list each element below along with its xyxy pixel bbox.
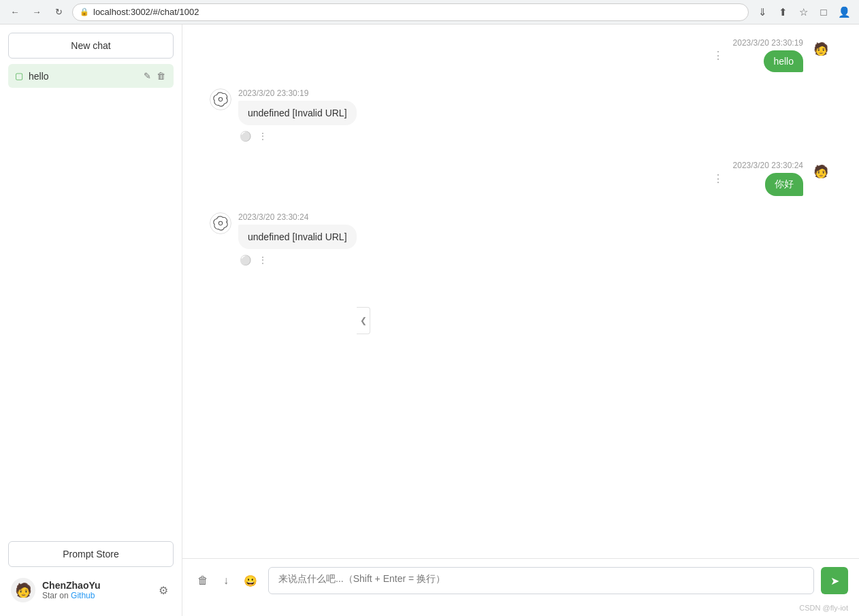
ai-msg-bubble-2: undefined [Invalid URL] xyxy=(238,225,357,249)
address-bar[interactable]: 🔒 localhost:3002/#/chat/1002 xyxy=(72,3,749,21)
user-msg-bubble-1: hello xyxy=(764,50,803,72)
ai-msg-actions-1: ⚪ ⋮ xyxy=(238,128,357,144)
bookmark-button[interactable]: ☆ xyxy=(795,4,811,20)
chat-list: ▢ hello ✎ 🗑 xyxy=(8,64,174,536)
sidebar: New chat ▢ hello ✎ 🗑 Prompt Store 🧑 Chen… xyxy=(0,25,182,616)
user-info: ChenZhaoYu Star on Github xyxy=(42,580,149,600)
user-msg-meta-2: 2023/3/20 23:30:24 你好 xyxy=(733,161,803,196)
browser-actions: ⇓ ⬆ ☆ □ 👤 xyxy=(754,4,852,20)
clear-button[interactable]: 🗑 xyxy=(193,570,212,591)
share-button[interactable]: ⬆ xyxy=(775,4,791,20)
svg-point-1 xyxy=(218,221,223,225)
user-msg-dots-2[interactable]: ⋮ xyxy=(710,171,726,187)
input-container: 🗑 ↓ 😀 ➤ CSDN @fly-iot xyxy=(182,558,859,616)
ai-msg-time-2: 2023/3/20 23:30:24 xyxy=(238,212,357,222)
chat-icon: ▢ xyxy=(15,71,23,81)
message-group-3: ⋮ 2023/3/20 23:30:24 你好 🧑 xyxy=(210,161,832,196)
download-button[interactable]: ⇓ xyxy=(754,4,771,20)
ai-msg-content-1: 2023/3/20 23:30:19 undefined [Invalid UR… xyxy=(238,88,357,144)
collapse-sidebar-button[interactable]: ❮ xyxy=(357,307,370,334)
user-msg-time-1: 2023/3/20 23:30:19 xyxy=(733,38,803,48)
ai-more-btn-2[interactable]: ⋮ xyxy=(257,253,269,267)
edit-chat-button[interactable]: ✎ xyxy=(142,69,152,82)
forward-button[interactable]: → xyxy=(29,4,45,20)
send-button[interactable]: ➤ xyxy=(821,567,848,594)
ai-msg-time-1: 2023/3/20 23:30:19 xyxy=(238,88,357,98)
chat-item-label: hello xyxy=(29,71,137,82)
sidebar-bottom: Prompt Store 🧑 ChenZhaoYu Star on Github… xyxy=(8,541,174,608)
app-container: New chat ▢ hello ✎ 🗑 Prompt Store 🧑 Chen… xyxy=(0,25,859,616)
ai-msg-actions-2: ⚪ ⋮ xyxy=(238,252,357,268)
chat-item[interactable]: ▢ hello ✎ 🗑 xyxy=(8,64,174,88)
messages-area: ⋮ 2023/3/20 23:30:19 hello 🧑 xyxy=(182,25,859,558)
user-name: ChenZhaoYu xyxy=(42,580,149,591)
profile-button[interactable]: 👤 xyxy=(836,4,852,20)
message-group-4: 2023/3/20 23:30:24 undefined [Invalid UR… xyxy=(210,212,832,268)
split-view-button[interactable]: □ xyxy=(815,4,832,20)
user-message-row-2: ⋮ 2023/3/20 23:30:24 你好 🧑 xyxy=(210,161,832,196)
message-input[interactable] xyxy=(268,567,814,594)
user-msg-meta-1: 2023/3/20 23:30:19 hello xyxy=(733,38,803,72)
user-avatar-sm-1: 🧑 xyxy=(810,38,832,60)
new-chat-button[interactable]: New chat xyxy=(8,33,174,59)
ai-message-row-1: 2023/3/20 23:30:19 undefined [Invalid UR… xyxy=(210,88,832,144)
prompt-store-button[interactable]: Prompt Store xyxy=(8,541,174,567)
star-text: Star on xyxy=(42,591,69,600)
ai-avatar-1 xyxy=(210,88,231,110)
github-link[interactable]: Github xyxy=(71,591,95,600)
ai-msg-bubble-1: undefined [Invalid URL] xyxy=(238,101,357,125)
export-button[interactable]: ↓ xyxy=(219,570,233,591)
user-avatar-sm-2: 🧑 xyxy=(810,161,832,182)
message-group-2: 2023/3/20 23:30:19 undefined [Invalid UR… xyxy=(210,88,832,144)
url-text: localhost:3002/#/chat/1002 xyxy=(93,7,199,17)
user-message-row-1: ⋮ 2023/3/20 23:30:19 hello 🧑 xyxy=(210,38,832,72)
ai-avatar-2 xyxy=(210,212,231,234)
input-area: 🗑 ↓ 😀 ➤ xyxy=(182,558,859,602)
message-group-1: ⋮ 2023/3/20 23:30:19 hello 🧑 xyxy=(210,38,832,72)
chat-item-actions: ✎ 🗑 xyxy=(142,69,167,82)
ai-copy-btn-2[interactable]: ⚪ xyxy=(238,253,253,267)
user-sub: Star on Github xyxy=(42,591,149,600)
emoji-button[interactable]: 😀 xyxy=(240,570,261,591)
ai-message-row-2: 2023/3/20 23:30:24 undefined [Invalid UR… xyxy=(210,212,832,268)
footer-note: CSDN @fly-iot xyxy=(182,602,859,616)
lock-icon: 🔒 xyxy=(80,7,89,16)
browser-bar: ← → ↻ 🔒 localhost:3002/#/chat/1002 ⇓ ⬆ ☆… xyxy=(0,0,859,25)
user-avatar: 🧑 xyxy=(11,578,35,602)
back-button[interactable]: ← xyxy=(7,4,23,20)
user-settings-button[interactable]: ⚙ xyxy=(156,581,171,600)
reload-button[interactable]: ↻ xyxy=(50,4,67,20)
ai-copy-btn-1[interactable]: ⚪ xyxy=(238,129,253,143)
user-msg-time-2: 2023/3/20 23:30:24 xyxy=(733,161,803,170)
delete-chat-button[interactable]: 🗑 xyxy=(155,69,167,82)
ai-msg-content-2: 2023/3/20 23:30:24 undefined [Invalid UR… xyxy=(238,212,357,268)
user-msg-dots-1[interactable]: ⋮ xyxy=(710,48,726,63)
user-msg-bubble-2: 你好 xyxy=(765,173,803,196)
ai-more-btn-1[interactable]: ⋮ xyxy=(257,129,269,143)
user-bar: 🧑 ChenZhaoYu Star on Github ⚙ xyxy=(8,572,174,608)
svg-point-0 xyxy=(218,97,223,101)
chat-main: ⋮ 2023/3/20 23:30:19 hello 🧑 xyxy=(182,25,859,616)
